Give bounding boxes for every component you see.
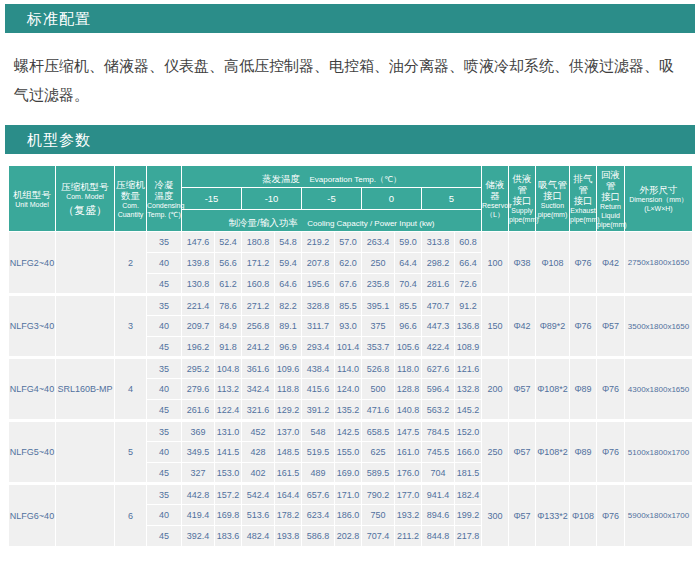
unit-model-cell: NLFG6~40 — [9, 484, 56, 547]
exhaust-pipe-cell: Φ76 — [570, 295, 597, 358]
cooling-capacity-cell: 428 — [242, 442, 275, 463]
cond-temp-cell: 45 — [147, 337, 182, 358]
cooling-capacity-cell: 130.8 — [182, 274, 215, 295]
table-header: 机组型号 Unit Model 压缩机型号 Com. Model （复盛） 压缩… — [9, 166, 693, 232]
cooling-capacity-cell: 271.2 — [242, 295, 275, 316]
power-input-cell: 52.4 — [215, 232, 242, 253]
power-input-cell: 113.2 — [215, 379, 242, 400]
header-com-model-zh: 压缩机型号 — [56, 181, 114, 192]
power-input-cell: 202.8 — [335, 526, 362, 547]
cooling-capacity-cell: 470.7 — [422, 295, 455, 316]
com-qty-cell: 4 — [115, 358, 147, 421]
cooling-capacity-cell: 489 — [302, 463, 335, 484]
exhaust-pipe-cell: Φ108 — [570, 484, 597, 547]
cooling-capacity-cell: 707.4 — [362, 526, 395, 547]
cooling-capacity-cell: 235.8 — [362, 274, 395, 295]
header-reservoir: 储液器 Reservoir （L） — [482, 166, 509, 232]
power-input-cell: 101.4 — [335, 337, 362, 358]
table-row: NLFG2~40235147.652.4180.854.8219.257.026… — [9, 232, 693, 253]
cooling-capacity-cell: 395.1 — [362, 295, 395, 316]
cooling-capacity-cell: 298.2 — [422, 253, 455, 274]
return-pipe-cell: Φ76 — [597, 484, 625, 547]
cooling-capacity-cell: 415.6 — [302, 379, 335, 400]
header-unit-model-en: Unit Model — [9, 200, 55, 209]
reservoir-cell: 200 — [482, 358, 509, 421]
reservoir-cell: 100 — [482, 232, 509, 295]
header-evap-temp-1: -10 — [242, 188, 302, 210]
header-cond-temp: 冷凝 温度 Condensing Temp. (℃) — [147, 166, 182, 232]
cooling-capacity-cell: 349.5 — [182, 442, 215, 463]
com-qty-cell: 6 — [115, 484, 147, 547]
power-input-cell: 91.2 — [455, 295, 482, 316]
cooling-capacity-cell: 180.8 — [242, 232, 275, 253]
power-input-cell: 132.8 — [455, 379, 482, 400]
header-evap-temp-2: -5 — [302, 188, 362, 210]
power-input-cell: 59.0 — [395, 232, 422, 253]
power-input-cell: 169.8 — [215, 505, 242, 526]
power-input-cell: 166.0 — [455, 442, 482, 463]
power-input-cell: 96.9 — [275, 337, 302, 358]
supply-pipe-cell: Φ42 — [509, 295, 536, 358]
power-input-cell: 169.0 — [335, 463, 362, 484]
power-input-cell: 59.4 — [275, 253, 302, 274]
return-pipe-cell: Φ42 — [597, 232, 625, 295]
power-input-cell: 67.6 — [335, 274, 362, 295]
suction-pipe-cell: Φ133*2 — [536, 484, 570, 547]
cooling-capacity-cell: 442.8 — [182, 484, 215, 505]
com-qty-cell: 2 — [115, 232, 147, 295]
com-model-cell: SRL160B-MP — [56, 358, 115, 421]
header-evap-temp: 蒸发温度 Evaporation Temp.（℃） — [182, 166, 482, 188]
cooling-capacity-cell: 542.4 — [242, 484, 275, 505]
cooling-capacity-cell: 596.4 — [422, 379, 455, 400]
cooling-capacity-cell: 328.8 — [302, 295, 335, 316]
cooling-capacity-cell: 745.5 — [422, 442, 455, 463]
cooling-capacity-cell: 160.8 — [242, 274, 275, 295]
table-row: NLFG4~40SRL160B-MP435295.2104.8361.6109.… — [9, 358, 693, 379]
power-input-cell: 177.0 — [395, 484, 422, 505]
cond-temp-cell: 35 — [147, 358, 182, 379]
cooling-capacity-cell: 422.4 — [422, 337, 455, 358]
cooling-capacity-cell: 526.8 — [362, 358, 395, 379]
cooling-capacity-cell: 790.2 — [362, 484, 395, 505]
com-model-cell — [56, 232, 115, 295]
reservoir-cell: 150 — [482, 295, 509, 358]
cooling-capacity-cell: 281.6 — [422, 274, 455, 295]
header-evap-temp-4: 5 — [422, 188, 482, 210]
cooling-capacity-cell: 627.6 — [422, 358, 455, 379]
power-input-cell: 109.6 — [275, 358, 302, 379]
cooling-capacity-cell: 625 — [362, 442, 395, 463]
cooling-capacity-cell: 139.8 — [182, 253, 215, 274]
power-input-cell: 96.6 — [395, 316, 422, 337]
power-input-cell: 114.0 — [335, 358, 362, 379]
header-unit-model-zh: 机组型号 — [9, 189, 55, 200]
power-input-cell: 147.5 — [395, 421, 422, 442]
header-evap-temp-0: -15 — [182, 188, 242, 210]
cooling-capacity-cell: 482.4 — [242, 526, 275, 547]
section-title-standard-config: 标准配置 — [5, 4, 695, 33]
reservoir-cell: 250 — [482, 421, 509, 484]
power-input-cell: 182.4 — [455, 484, 482, 505]
power-input-cell: 70.4 — [395, 274, 422, 295]
power-input-cell: 135.2 — [335, 400, 362, 421]
power-input-cell: 137.0 — [275, 421, 302, 442]
power-input-cell: 84.9 — [215, 316, 242, 337]
power-input-cell: 61.2 — [215, 274, 242, 295]
power-input-cell: 178.2 — [275, 505, 302, 526]
power-input-cell: 89.1 — [275, 316, 302, 337]
cooling-capacity-cell: 519.5 — [302, 442, 335, 463]
cond-temp-cell: 35 — [147, 295, 182, 316]
power-input-cell: 211.2 — [395, 526, 422, 547]
power-input-cell: 85.5 — [335, 295, 362, 316]
dimension-cell: 2750x1800x1650 — [625, 232, 693, 295]
power-input-cell: 64.6 — [275, 274, 302, 295]
cond-temp-cell: 45 — [147, 526, 182, 547]
cooling-capacity-cell: 209.7 — [182, 316, 215, 337]
cooling-capacity-cell: 375 — [362, 316, 395, 337]
dimension-cell: 5900x1800x1700 — [625, 484, 693, 547]
cooling-capacity-cell: 657.6 — [302, 484, 335, 505]
cooling-capacity-cell: 894.6 — [422, 505, 455, 526]
power-input-cell: 129.2 — [275, 400, 302, 421]
cooling-capacity-cell: 750 — [362, 505, 395, 526]
cooling-capacity-cell: 784.5 — [422, 421, 455, 442]
power-input-cell: 157.2 — [215, 484, 242, 505]
